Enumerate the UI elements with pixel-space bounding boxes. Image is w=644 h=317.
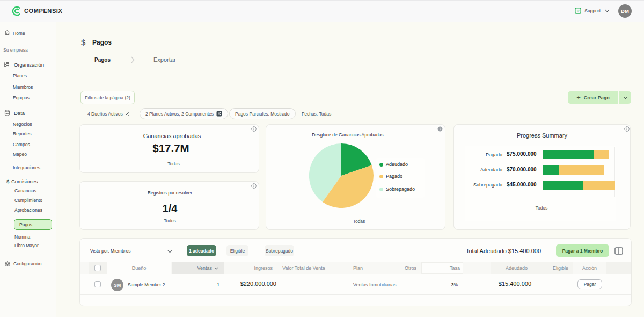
svg-text:?: ? <box>577 9 580 13</box>
